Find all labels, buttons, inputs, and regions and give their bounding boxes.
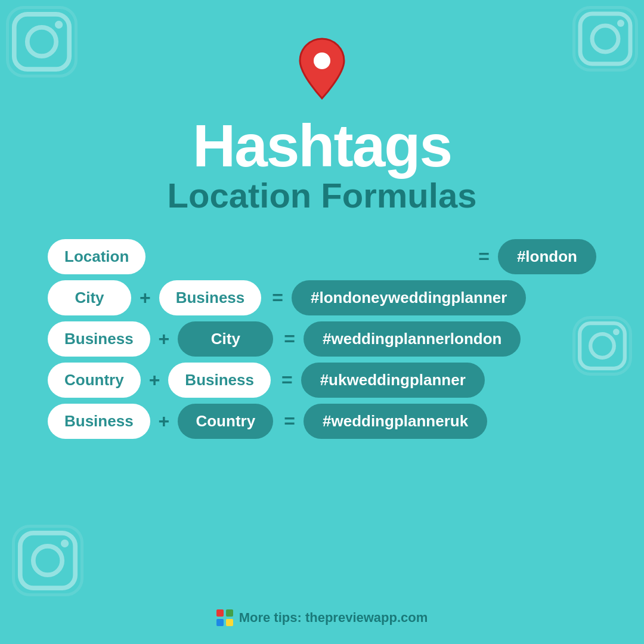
formula-row-1: Location = #london — [48, 239, 596, 274]
equals-1: = — [478, 246, 490, 268]
svg-point-10 — [33, 546, 62, 575]
bg-instagram-icon-tr — [572, 6, 638, 72]
svg-rect-13 — [216, 609, 224, 617]
plus-2: + — [140, 287, 151, 309]
svg-rect-15 — [216, 619, 224, 626]
svg-point-4 — [592, 26, 618, 52]
equals-4: = — [281, 369, 293, 391]
svg-point-12 — [314, 52, 330, 69]
formula-row-3: Business + City = #weddingplannerlondon — [48, 321, 596, 357]
equals-5: = — [284, 410, 295, 432]
formulas-section: Location = #london City + Business = #lo… — [48, 239, 596, 439]
bg-instagram-icon-bl — [12, 525, 83, 596]
pill-location: Location — [48, 239, 145, 274]
formula-row-5: Business + Country = #weddingplanneruk — [48, 404, 596, 439]
equals-2: = — [272, 287, 283, 309]
pill-business-1: Business — [159, 280, 262, 315]
pill-city-2: City — [178, 321, 273, 357]
page-subtitle: Location Formulas — [168, 175, 477, 215]
result-business-city: #weddingplannerlondon — [304, 321, 521, 357]
result-country-business: #ukweddingplanner — [301, 363, 485, 398]
result-location: #london — [498, 239, 596, 274]
pill-city-1: City — [48, 280, 131, 315]
footer-text: More tips: thepreviewapp.com — [239, 610, 428, 626]
bg-instagram-icon-mr — [572, 316, 632, 376]
formula-row-2: City + Business = #londoneyweddingplanne… — [48, 280, 596, 315]
svg-rect-14 — [226, 609, 233, 617]
svg-rect-16 — [226, 619, 233, 626]
pill-country-1: Country — [48, 363, 141, 398]
svg-point-11 — [61, 540, 69, 547]
formula-row-4: Country + Business = #ukweddingplanner — [48, 363, 596, 398]
svg-point-1 — [27, 27, 56, 56]
footer: More tips: thepreviewapp.com — [216, 597, 428, 626]
plus-5: + — [159, 410, 170, 432]
pill-country-2: Country — [178, 404, 273, 439]
equals-3: = — [284, 328, 295, 350]
colorful-grid-icon — [216, 609, 233, 626]
result-business-country: #weddingplanneruk — [304, 404, 487, 439]
svg-point-2 — [55, 21, 63, 29]
pill-business-4: Business — [48, 404, 150, 439]
bg-instagram-icon-tl — [6, 6, 78, 78]
result-city-business: #londoneyweddingplanner — [292, 280, 526, 315]
plus-4: + — [149, 369, 160, 391]
plus-3: + — [159, 328, 170, 350]
location-pin-icon — [295, 36, 349, 104]
page-title: Hashtags — [193, 116, 451, 175]
svg-point-7 — [590, 334, 614, 358]
pill-business-3: Business — [168, 363, 271, 398]
main-container: Hashtags Location Formulas Location = #l… — [0, 0, 644, 644]
svg-point-5 — [617, 20, 624, 27]
svg-point-8 — [613, 329, 620, 335]
pill-business-2: Business — [48, 321, 150, 357]
